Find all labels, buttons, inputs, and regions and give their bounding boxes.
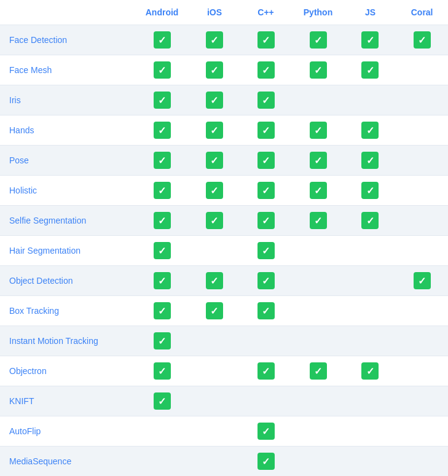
cell-cpp — [240, 236, 292, 266]
table-row: Object Detection — [0, 266, 448, 296]
check-icon — [154, 122, 171, 139]
cell-android — [135, 356, 189, 386]
check-icon — [310, 152, 327, 169]
cell-android — [135, 115, 189, 146]
row-label: Hands — [0, 115, 135, 146]
cell-cpp — [240, 266, 292, 296]
check-icon — [257, 92, 275, 109]
check-icon — [361, 61, 379, 79]
row-label: Instant Motion Tracking — [0, 326, 135, 356]
check-icon — [154, 362, 171, 380]
table-row: MediaSequence — [0, 447, 448, 477]
cell-coral — [396, 356, 448, 386]
cell-android — [135, 236, 189, 266]
check-icon — [206, 31, 223, 49]
cell-coral — [396, 85, 448, 115]
cell-python — [291, 115, 344, 146]
cell-ios — [189, 25, 240, 55]
check-icon — [206, 61, 223, 79]
cell-python — [291, 176, 344, 206]
table-row: Objectron — [0, 356, 448, 386]
cell-coral — [396, 115, 448, 146]
cell-python — [291, 236, 344, 266]
cell-cpp — [240, 25, 292, 55]
cell-coral — [396, 176, 448, 206]
cell-cpp — [240, 176, 292, 206]
cell-android — [135, 206, 189, 236]
cell-python — [291, 416, 344, 447]
cell-js — [345, 115, 396, 146]
col-header-name — [0, 0, 135, 25]
check-icon — [206, 302, 223, 319]
col-header-ios: iOS — [189, 0, 240, 25]
cell-js — [345, 326, 396, 356]
check-icon — [154, 61, 171, 79]
cell-ios — [189, 176, 240, 206]
check-icon — [154, 182, 171, 199]
cell-js — [345, 266, 396, 296]
cell-coral — [396, 386, 448, 416]
table-row: Face Mesh — [0, 55, 448, 85]
cell-cpp — [240, 356, 292, 386]
cell-android — [135, 55, 189, 85]
cell-js — [345, 25, 396, 55]
cell-cpp — [240, 115, 292, 146]
check-icon — [361, 31, 379, 49]
cell-ios — [189, 266, 240, 296]
cell-ios — [189, 296, 240, 326]
check-icon — [206, 122, 223, 139]
table-row: Face Detection — [0, 25, 448, 55]
cell-cpp — [240, 326, 292, 356]
cell-coral — [396, 416, 448, 447]
cell-android — [135, 176, 189, 206]
check-icon — [257, 423, 275, 440]
cell-android — [135, 296, 189, 326]
check-icon — [257, 302, 275, 319]
cell-coral — [396, 296, 448, 326]
cell-coral — [396, 326, 448, 356]
check-icon — [257, 453, 275, 470]
table-row: Instant Motion Tracking — [0, 326, 448, 356]
row-label: Face Detection — [0, 25, 135, 55]
check-icon — [154, 152, 171, 169]
row-label: Face Mesh — [0, 55, 135, 85]
row-label: Box Tracking — [0, 296, 135, 326]
cell-js — [345, 85, 396, 115]
cell-android — [135, 326, 189, 356]
compatibility-table: Android iOS C++ Python JS Coral Face Det… — [0, 0, 448, 476]
cell-python — [291, 25, 344, 55]
cell-python — [291, 266, 344, 296]
row-label: Object Detection — [0, 266, 135, 296]
table-row: Hair Segmentation — [0, 236, 448, 266]
check-icon — [361, 362, 379, 380]
table-row: Iris — [0, 85, 448, 115]
check-icon — [310, 122, 327, 139]
cell-ios — [189, 326, 240, 356]
cell-coral — [396, 25, 448, 55]
cell-js — [345, 447, 396, 477]
col-header-python: Python — [291, 0, 344, 25]
cell-python — [291, 356, 344, 386]
cell-js — [345, 236, 396, 266]
cell-js — [345, 176, 396, 206]
cell-python — [291, 296, 344, 326]
cell-android — [135, 447, 189, 477]
cell-ios — [189, 416, 240, 447]
cell-python — [291, 55, 344, 85]
cell-cpp — [240, 296, 292, 326]
cell-ios — [189, 115, 240, 146]
table-row: Pose — [0, 146, 448, 176]
check-icon — [257, 152, 275, 169]
cell-coral — [396, 146, 448, 176]
cell-python — [291, 326, 344, 356]
check-icon — [257, 61, 275, 79]
cell-cpp — [240, 146, 292, 176]
check-icon — [154, 302, 171, 319]
cell-cpp — [240, 447, 292, 477]
check-icon — [257, 182, 275, 199]
cell-cpp — [240, 85, 292, 115]
table-row: Box Tracking — [0, 296, 448, 326]
table-row: Selfie Segmentation — [0, 206, 448, 236]
check-icon — [361, 212, 379, 229]
cell-android — [135, 25, 189, 55]
